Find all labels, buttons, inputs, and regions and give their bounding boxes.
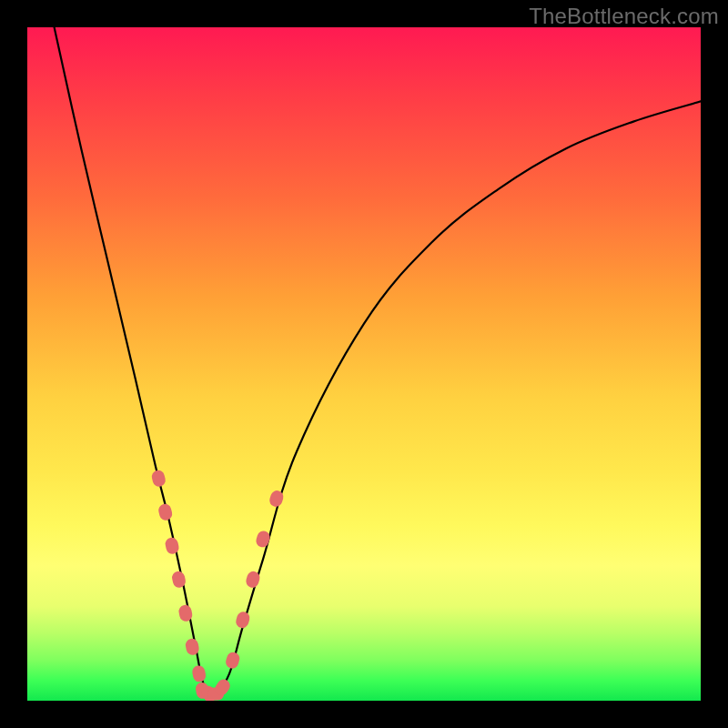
bottleneck-curve xyxy=(55,27,701,696)
svg-rect-1 xyxy=(157,502,174,521)
bead xyxy=(164,536,180,555)
bead xyxy=(191,664,207,682)
svg-rect-14 xyxy=(255,530,272,549)
bead xyxy=(255,530,272,549)
curve-svg xyxy=(27,27,701,701)
bead xyxy=(235,611,251,630)
svg-rect-2 xyxy=(164,536,180,555)
svg-rect-12 xyxy=(235,611,251,630)
bead xyxy=(157,502,174,521)
chart-frame: TheBottleneck.com xyxy=(0,0,728,728)
watermark-text: TheBottleneck.com xyxy=(529,4,719,29)
plot-area xyxy=(27,27,701,701)
data-beads xyxy=(150,469,285,701)
bead xyxy=(150,469,167,488)
svg-rect-6 xyxy=(191,664,207,682)
svg-rect-11 xyxy=(225,651,241,670)
bead xyxy=(225,651,241,670)
svg-rect-0 xyxy=(150,469,167,488)
